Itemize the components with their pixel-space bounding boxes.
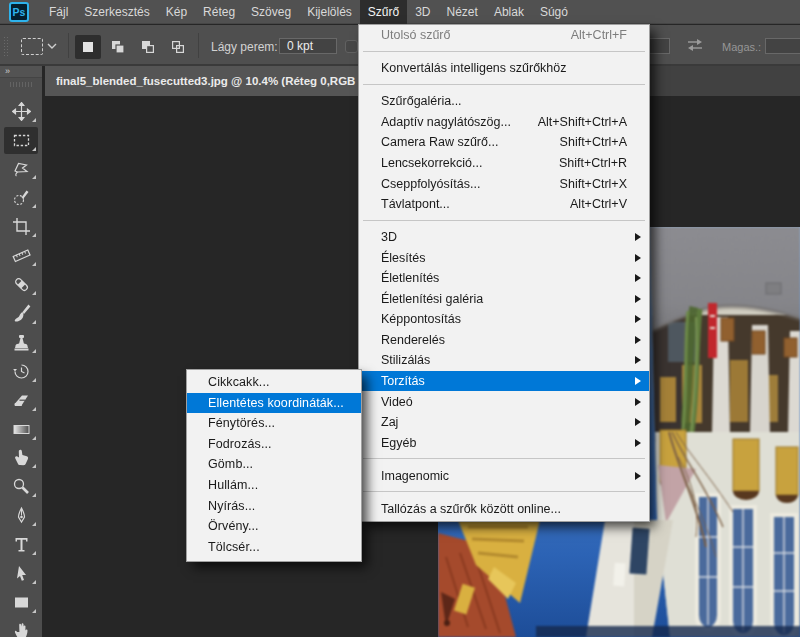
filter-menu-item-label: Életlenítési galéria	[381, 292, 483, 306]
history-brush-tool[interactable]	[4, 358, 38, 385]
filter-menu-item-3d[interactable]: 3D	[359, 227, 649, 248]
history-brush-tool-icon	[12, 362, 31, 381]
height-input[interactable]	[765, 38, 800, 54]
filter-menu-item-élesítés[interactable]: Élesítés	[359, 247, 649, 268]
menubar-item-sz-veg[interactable]: Szöveg	[243, 0, 299, 24]
path-selection-tool-icon	[12, 564, 31, 583]
filter-menu-item-label: Videó	[381, 395, 413, 409]
filter-menu-item-stilizálás[interactable]: Stilizálás	[359, 350, 649, 371]
document-tab-title: final5_blended_fusecutted3.jpg @ 10.4% (…	[56, 66, 358, 96]
submenu-arrow-icon	[635, 254, 641, 262]
filter-menu-item-label: Képpontosítás	[381, 312, 461, 326]
distort-submenu-item-label: Örvény...	[208, 519, 259, 533]
filter-menu-item-konvertálás-intelligens-szűrőkhöz[interactable]: Konvertálás intelligens szűrőkhöz	[359, 58, 649, 79]
distort-submenu-item-fodrozás[interactable]: Fodrozás...	[187, 434, 361, 455]
clone-stamp-tool-icon	[12, 333, 31, 352]
submenu-arrow-icon	[635, 472, 641, 480]
distort-submenu-item-örvény[interactable]: Örvény...	[187, 516, 361, 537]
menubar-item-szerkeszt-s[interactable]: Szerkesztés	[76, 0, 157, 24]
submenu-arrow-icon	[635, 233, 641, 241]
filter-menu-item-egyéb[interactable]: Egyéb	[359, 432, 649, 453]
distort-submenu-item-label: Cikkcakk...	[208, 375, 270, 389]
new-selection-button[interactable]	[75, 35, 101, 59]
intersect-selection-button[interactable]	[165, 35, 191, 59]
filter-menu-item-label: Adaptív nagylátószög...	[381, 115, 511, 129]
dodge-tool[interactable]	[4, 473, 38, 500]
filter-menu-item-zaj[interactable]: Zaj	[359, 412, 649, 433]
subtract-from-selection-button[interactable]	[135, 35, 161, 59]
menubar-item-r-teg[interactable]: Réteg	[195, 0, 243, 24]
filter-menu-item-videó[interactable]: Videó	[359, 391, 649, 412]
filter-menu-item-életlenítés[interactable]: Életlenítés	[359, 268, 649, 289]
distort-submenu-item-gömb[interactable]: Gömb...	[187, 454, 361, 475]
filter-menu-item-távlatpont[interactable]: Távlatpont...Alt+Ctrl+V	[359, 194, 649, 215]
hand-tool[interactable]	[4, 618, 38, 637]
distort-submenu-item-fénytörés[interactable]: Fénytörés...	[187, 413, 361, 434]
distort-submenu-item-cikkcakk[interactable]: Cikkcakk...	[187, 372, 361, 393]
filter-menu-item-lencsekorrekció[interactable]: Lencsekorrekció...Shift+Ctrl+R	[359, 153, 649, 174]
brush-tool[interactable]	[4, 300, 38, 327]
menubar-item-f-jl[interactable]: Fájl	[41, 0, 76, 24]
distort-submenu-item-nyírás[interactable]: Nyírás...	[187, 495, 361, 516]
eraser-tool[interactable]	[4, 387, 38, 414]
new-selection-icon	[80, 39, 96, 55]
menubar-item-n-zet[interactable]: Nézet	[439, 0, 486, 24]
distort-submenu-item-label: Tölcsér...	[208, 540, 260, 554]
clone-stamp-tool[interactable]	[4, 329, 38, 356]
smudge-tool[interactable]	[4, 444, 38, 471]
filter-menu-item-képpontosítás[interactable]: Képpontosítás	[359, 309, 649, 330]
filter-menu-item-torzítás[interactable]: Torzítás	[359, 371, 649, 392]
distort-submenu-item-ellentétes-koordináták[interactable]: Ellentétes koordináták...	[187, 393, 361, 414]
lasso-tool-icon	[12, 159, 31, 178]
chevron-down-icon[interactable]	[47, 43, 57, 49]
spot-healing-brush-tool[interactable]	[4, 271, 38, 298]
crop-tool[interactable]	[4, 213, 38, 240]
filter-menu-item-cseppfolyósítás[interactable]: Cseppfolyósítás...Shift+Ctrl+X	[359, 173, 649, 194]
submenu-arrow-icon	[635, 377, 641, 385]
distort-submenu-item-hullám[interactable]: Hullám...	[187, 475, 361, 496]
tools-panel-grip[interactable]	[10, 82, 32, 87]
swap-width-height-icon[interactable]	[686, 38, 704, 52]
antialias-checkbox[interactable]	[345, 40, 358, 53]
menubar-item-kijel-l-s[interactable]: Kijelölés	[299, 0, 360, 24]
distort-submenu: Cikkcakk...Ellentétes koordináták...Fény…	[186, 369, 362, 562]
lasso-tool[interactable]	[4, 155, 38, 182]
tools-panel-collapse-button[interactable]: »	[0, 66, 42, 78]
move-tool[interactable]	[4, 98, 38, 125]
filter-menu-item-utolsó-szűrő[interactable]: Utolsó szűrőAlt+Ctrl+F	[359, 25, 649, 46]
filter-menu-item-adaptív-nagylátószög[interactable]: Adaptív nagylátószög...Alt+Shift+Ctrl+A	[359, 112, 649, 133]
filter-menu-separator	[363, 458, 645, 459]
filter-menu-item-camera-raw-szűrő[interactable]: Camera Raw szűrő...Shift+Ctrl+A	[359, 132, 649, 153]
filter-menu: Utolsó szűrőAlt+Ctrl+FKonvertálás intell…	[358, 24, 650, 522]
spot-healing-brush-tool-icon	[12, 275, 31, 294]
menubar-item-3d[interactable]: 3D	[407, 0, 438, 24]
tool-preset-marquee-icon[interactable]	[21, 38, 43, 55]
add-to-selection-icon	[110, 39, 126, 55]
ruler-tool-icon	[12, 246, 31, 265]
filter-menu-item-életlenítési-galéria[interactable]: Életlenítési galéria	[359, 289, 649, 310]
filter-menu-item-tallózás-a-szűrők-között-online[interactable]: Tallózás a szűrők között online...	[359, 498, 649, 519]
rectangle-shape-tool[interactable]	[4, 589, 38, 616]
quick-selection-tool[interactable]	[4, 184, 38, 211]
rectangular-marquee-tool[interactable]	[4, 127, 38, 154]
filter-menu-item-label: Cseppfolyósítás...	[381, 177, 480, 191]
add-to-selection-button[interactable]	[105, 35, 131, 59]
filter-menu-item-szűrőgaléria[interactable]: Szűrőgaléria...	[359, 91, 649, 112]
filter-menu-item-imagenomic[interactable]: Imagenomic	[359, 465, 649, 486]
filter-menu-item-renderelés[interactable]: Renderelés	[359, 330, 649, 351]
filter-menu-item-label: Imagenomic	[381, 469, 449, 483]
gradient-tool[interactable]	[4, 416, 38, 443]
type-tool[interactable]	[4, 531, 38, 558]
photoshop-logo-icon[interactable]: Ps	[9, 2, 29, 22]
ruler-tool[interactable]	[4, 242, 38, 269]
distort-submenu-item-tölcsér[interactable]: Tölcsér...	[187, 536, 361, 557]
menubar-item-ablak[interactable]: Ablak	[486, 0, 532, 24]
menubar-item-s-g-[interactable]: Súgó	[532, 0, 576, 24]
path-selection-tool[interactable]	[4, 560, 38, 587]
menubar-item-sz-r-[interactable]: Szűrő	[360, 0, 407, 24]
feather-input[interactable]: 0 kpt	[279, 38, 337, 54]
options-bar-grip[interactable]	[3, 35, 9, 56]
menubar-item-k-p[interactable]: Kép	[158, 0, 195, 24]
pen-tool[interactable]	[4, 502, 38, 529]
filter-menu-item-shortcut: Alt+Ctrl+F	[571, 28, 627, 42]
